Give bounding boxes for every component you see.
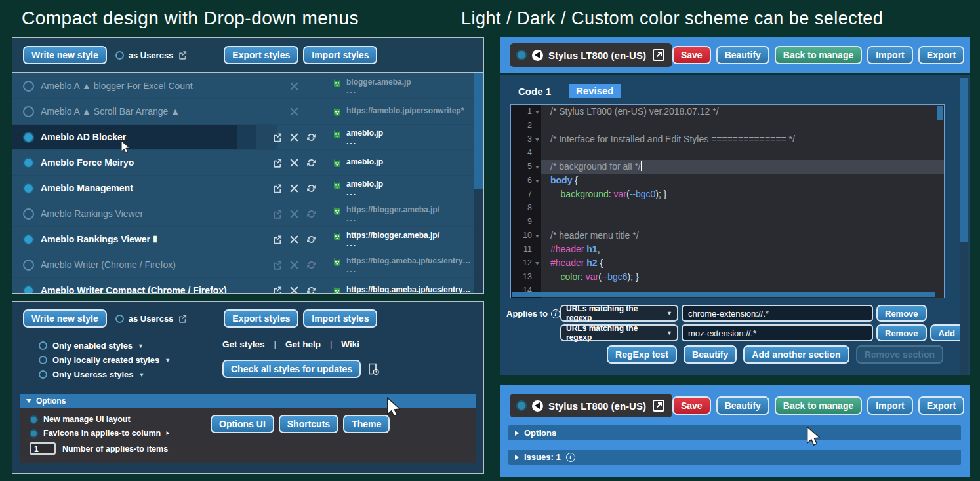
settings-button[interactable]: Shortcuts xyxy=(279,415,338,433)
back-icon[interactable] xyxy=(532,50,543,61)
style-name[interactable]: Ameblo Management xyxy=(41,183,272,193)
more-targets-ellipsis[interactable]: ... xyxy=(346,87,411,95)
match-value-input[interactable] xyxy=(682,324,873,341)
check-update-icon[interactable] xyxy=(306,260,316,270)
export-styles-button[interactable]: Export styles xyxy=(224,309,298,328)
line-number[interactable]: 6 xyxy=(511,174,541,187)
more-targets-ellipsis[interactable]: ... xyxy=(346,138,383,146)
line-number[interactable]: 8 xyxy=(511,201,541,215)
style-enabled-toggle[interactable] xyxy=(516,50,527,60)
more-targets-ellipsis[interactable]: ... xyxy=(346,189,383,197)
check-update-icon[interactable] xyxy=(306,209,316,219)
filter-toggle[interactable]: Only locally created styles ▼ xyxy=(39,355,171,365)
beautify-button[interactable]: Beautify xyxy=(684,345,737,364)
line-number[interactable]: 12 xyxy=(511,256,541,270)
filter-toggle[interactable]: Only enabled styles ▼ xyxy=(39,341,171,351)
line-number[interactable]: 10 xyxy=(511,229,541,242)
line-number[interactable]: 9 xyxy=(511,215,541,229)
back-to-manage-button[interactable]: Back to manage xyxy=(775,396,862,415)
code-editor[interactable]: 1 /* Stylus LT800 (en-US) ver.2018.07.12… xyxy=(510,104,945,298)
issues-accordion-collapsed[interactable]: Issues: 1 i xyxy=(508,450,961,465)
more-targets-ellipsis[interactable]: ... xyxy=(346,214,439,223)
delete-style-icon[interactable] xyxy=(289,235,299,244)
editor-panel-scrollbar[interactable] xyxy=(960,75,968,375)
check-update-icon[interactable] xyxy=(306,235,316,244)
filter-radio[interactable] xyxy=(39,370,47,379)
popout-window-icon[interactable] xyxy=(651,398,666,413)
options-accordion-header[interactable]: Options xyxy=(20,394,476,408)
scrollbar-thumb[interactable] xyxy=(474,73,483,189)
filter-radio[interactable] xyxy=(39,356,47,364)
line-number[interactable]: 13 xyxy=(511,270,541,284)
import-button[interactable]: Import xyxy=(867,46,913,64)
remove-target-button[interactable]: Remove xyxy=(876,305,927,322)
settings-button[interactable]: Theme xyxy=(343,415,390,433)
style-enabled-toggle[interactable] xyxy=(23,157,34,168)
scrollbar-thumb[interactable] xyxy=(960,78,968,242)
list-scrollbar[interactable] xyxy=(474,73,483,293)
delete-style-icon[interactable] xyxy=(289,183,299,193)
import-button[interactable]: Import xyxy=(867,396,913,415)
check-update-icon[interactable] xyxy=(306,158,316,168)
applies-count-input[interactable] xyxy=(30,442,56,455)
save-button[interactable]: Save xyxy=(672,46,711,64)
style-name[interactable]: Ameblo Rankings Viewer xyxy=(41,208,272,219)
edit-in-new-window-icon[interactable] xyxy=(272,235,282,244)
check-update-icon[interactable] xyxy=(306,132,316,142)
option-toggle[interactable]: New manage UI layout xyxy=(30,415,131,424)
update-history-icon[interactable] xyxy=(367,362,380,375)
delete-style-icon[interactable] xyxy=(289,260,299,270)
import-styles-button[interactable]: Import styles xyxy=(303,309,377,328)
style-row[interactable]: Ameblo Management ameblo.jp ... xyxy=(12,176,474,201)
editor-vscrollbar-thumb[interactable] xyxy=(937,106,943,120)
check-updates-button[interactable]: Check all styles for updates xyxy=(222,360,361,378)
options-accordion-collapsed[interactable]: Options xyxy=(508,425,961,440)
delete-style-icon[interactable] xyxy=(289,209,299,219)
popout-window-icon[interactable] xyxy=(651,48,666,62)
delete-style-icon[interactable] xyxy=(289,107,299,117)
line-number[interactable]: 5 xyxy=(511,160,541,174)
style-enabled-toggle[interactable] xyxy=(516,400,527,411)
write-new-style-button[interactable]: Write new style xyxy=(23,309,107,328)
delete-style-icon[interactable] xyxy=(289,81,299,91)
line-number[interactable]: 11 xyxy=(511,242,541,256)
remove-target-button[interactable]: Remove xyxy=(876,324,927,341)
edit-in-new-window-icon[interactable] xyxy=(272,183,282,193)
info-icon[interactable]: i xyxy=(551,309,560,318)
help-link[interactable]: Get help xyxy=(285,339,321,349)
match-type-select[interactable]: URLs matching the regexp▼ xyxy=(560,324,678,341)
add-another-section-button[interactable]: Add another section xyxy=(743,345,849,364)
export-button[interactable]: Export xyxy=(918,396,964,415)
save-button[interactable]: Save xyxy=(672,396,711,415)
style-enabled-toggle[interactable] xyxy=(23,106,34,117)
line-number[interactable]: 4 xyxy=(511,146,541,160)
style-enabled-toggle[interactable] xyxy=(23,285,34,294)
usercss-radio[interactable] xyxy=(115,51,124,60)
style-enabled-toggle[interactable] xyxy=(23,260,34,271)
line-number[interactable]: 7 xyxy=(511,187,541,201)
usercss-radio[interactable] xyxy=(115,315,124,323)
more-targets-ellipsis[interactable]: ... xyxy=(346,240,439,248)
delete-style-icon[interactable] xyxy=(289,286,299,294)
match-value-input[interactable] xyxy=(682,305,873,322)
beautify-button[interactable]: Beautify xyxy=(716,46,769,64)
style-row[interactable]: Ameblo A ▲ blogger For Excel Count blogg… xyxy=(12,73,474,99)
write-new-style-button[interactable]: Write new style xyxy=(23,46,107,64)
back-to-manage-button[interactable]: Back to manage xyxy=(775,46,862,64)
back-icon[interactable] xyxy=(532,400,543,412)
line-number[interactable]: 1 xyxy=(511,105,541,119)
line-number[interactable]: 3 xyxy=(511,132,541,146)
style-row[interactable]: Ameblo Force Meiryo ameblo.jp xyxy=(12,150,474,176)
edit-in-new-window-icon[interactable] xyxy=(272,132,282,142)
delete-style-icon[interactable] xyxy=(289,158,299,168)
toggle-on-radio[interactable] xyxy=(30,429,38,438)
style-row[interactable]: Ameblo Rankings Viewer Ⅱ https://blogger… xyxy=(12,227,474,252)
filter-toggle[interactable]: Only Usercss styles ▼ xyxy=(39,370,171,379)
filter-radio[interactable] xyxy=(39,341,47,350)
import-styles-button[interactable]: Import styles xyxy=(303,46,377,64)
revised-badge[interactable]: Revised xyxy=(569,84,621,98)
export-button[interactable]: Export xyxy=(918,46,964,64)
style-row[interactable]: Ameblo AD Blocker ameblo.jp ... xyxy=(12,125,474,150)
style-name[interactable]: Ameblo Writer (Chrome / Firefox) xyxy=(41,260,272,270)
info-icon[interactable]: i xyxy=(566,453,575,462)
